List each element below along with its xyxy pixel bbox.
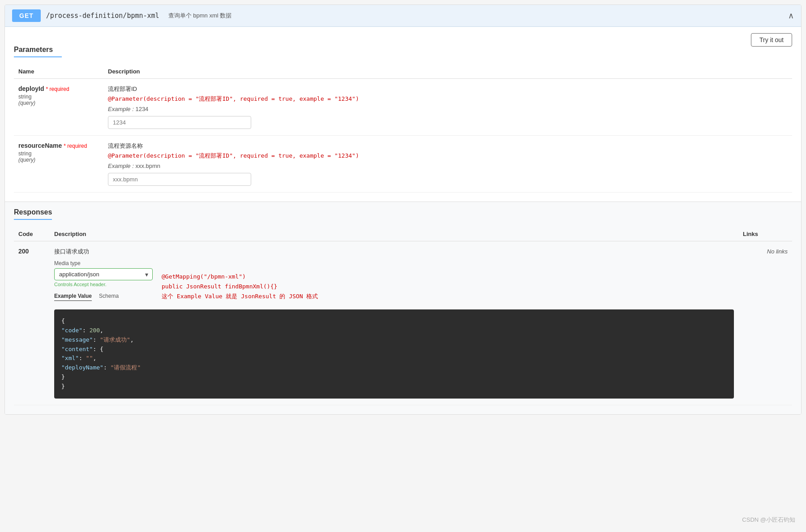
annotation-line: 这个 Example Value 就是 JsonResult 的 JSON 格式 xyxy=(162,292,318,301)
col-links: Links xyxy=(738,227,792,241)
param-required-1: * required xyxy=(64,143,87,149)
controls-hint-0: Controls Accept header. xyxy=(54,282,153,287)
param-name-cell-1: resourceName* required string (query) xyxy=(14,136,103,193)
try-it-out-button[interactable]: Try it out xyxy=(751,33,792,47)
response-code-0: 200 xyxy=(18,248,45,255)
code-line: "code": 200, xyxy=(61,326,727,335)
param-type-0: string xyxy=(18,94,99,100)
annotation-line: public JsonResult findBpmnXml(){} xyxy=(162,282,318,292)
param-example-0: Example : 1234 xyxy=(108,106,788,112)
param-name-0: deployId* required xyxy=(18,85,99,92)
code-line: "content": { xyxy=(61,345,727,354)
code-line: { xyxy=(61,317,727,326)
media-type-label-0: Media type xyxy=(54,260,734,266)
api-container: GET /process-definition/bpmn-xml 查询单个 bp… xyxy=(4,4,802,415)
annotation-block-0: @GetMapping("/bpmn-xml")public JsonResul… xyxy=(162,268,318,305)
api-path: /process-definition/bpmn-xml xyxy=(46,12,159,20)
response-code-cell-0: 200 xyxy=(14,241,50,405)
media-type-wrapper-0: application/json xyxy=(54,268,153,280)
code-block-0: {"code": 200,"message": "请求成功","content"… xyxy=(54,309,734,398)
response-links-cell-0: No links xyxy=(738,241,792,405)
col-description: Description xyxy=(103,64,792,79)
param-name-cell-0: deployId* required string (query) xyxy=(14,79,103,136)
no-links-0: No links xyxy=(767,248,788,255)
responses-table: Code Description Links 200 接口请求成功 Media … xyxy=(14,227,792,405)
param-type-1: string xyxy=(18,150,99,157)
schema-tab-0[interactable]: Schema xyxy=(99,292,119,301)
response-row-0: 200 接口请求成功 Media type application/json C… xyxy=(14,241,792,405)
parameters-section-title: Parameters xyxy=(14,39,62,57)
responses-inner: Responses Code Description Links 200 接口请… xyxy=(5,202,801,405)
param-row-1: resourceName* required string (query) 流程… xyxy=(14,136,792,193)
param-desc-cell-1: 流程资源名称 @Parameter(description = "流程部署ID"… xyxy=(103,136,792,193)
parameters-section: Parameters Try it out Name Description d… xyxy=(5,27,801,202)
annotation-line: @GetMapping("/bpmn-xml") xyxy=(162,272,318,282)
code-line: } xyxy=(61,373,727,382)
param-input-0[interactable] xyxy=(108,116,251,129)
header-actions: ∧ xyxy=(788,11,794,21)
code-line: } xyxy=(61,382,727,391)
collapse-icon[interactable]: ∧ xyxy=(788,11,794,21)
param-name-1: resourceName* required xyxy=(18,142,99,149)
param-location-1: (query) xyxy=(18,157,99,163)
param-required-0: * required xyxy=(46,86,69,92)
code-line: "xml": "", xyxy=(61,354,727,363)
media-type-select-0[interactable]: application/json xyxy=(54,268,153,280)
code-line: "deployName": "请假流程" xyxy=(61,363,727,373)
responses-wrapper: Responses Code Description Links 200 接口请… xyxy=(5,202,801,414)
code-line: "message": "请求成功", xyxy=(61,335,727,345)
col-desc: Description xyxy=(50,227,738,241)
api-header-left: GET /process-definition/bpmn-xml 查询单个 bp… xyxy=(12,9,232,22)
param-input-1[interactable] xyxy=(108,173,251,186)
param-row-0: deployId* required string (query) 流程部署ID… xyxy=(14,79,792,136)
param-desc-cell-0: 流程部署ID @Parameter(description = "流程部署ID"… xyxy=(103,79,792,136)
response-desc-0: 接口请求成功 xyxy=(54,248,734,256)
param-annotation-1: @Parameter(description = "流程部署ID", requi… xyxy=(108,152,788,160)
example-value-tab-0[interactable]: Example Value xyxy=(54,292,92,301)
col-code: Code xyxy=(14,227,50,241)
params-section: Name Description deployId* required stri… xyxy=(5,64,801,202)
param-desc-cn-0: 流程部署ID xyxy=(108,85,788,93)
method-badge: GET xyxy=(12,9,41,22)
param-annotation-0: @Parameter(description = "流程部署ID", requi… xyxy=(108,95,788,103)
responses-section-title: Responses xyxy=(14,208,52,220)
response-desc-cell-0: 接口请求成功 Media type application/json Contr… xyxy=(50,241,738,405)
params-table: Name Description deployId* required stri… xyxy=(14,64,792,193)
col-name: Name xyxy=(14,64,103,79)
api-header: GET /process-definition/bpmn-xml 查询单个 bp… xyxy=(5,5,801,27)
param-location-0: (query) xyxy=(18,100,99,106)
param-example-1: Example : xxx.bpmn xyxy=(108,163,788,169)
param-desc-cn-1: 流程资源名称 xyxy=(108,142,788,150)
api-description: 查询单个 bpmn xml 数据 xyxy=(168,12,232,20)
example-value-tabs-0: Example Value Schema xyxy=(54,292,153,301)
